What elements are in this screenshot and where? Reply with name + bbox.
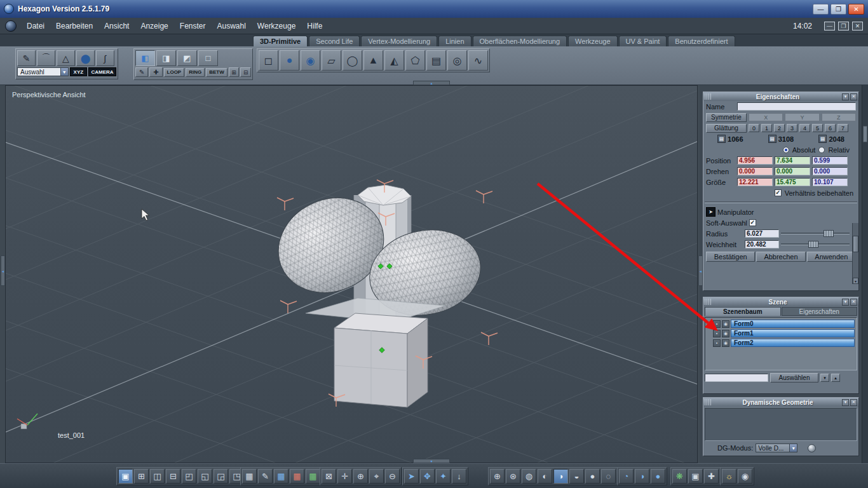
visibility-icon[interactable]: ◉ xyxy=(722,339,729,347)
menu-item-bearbeiten[interactable]: Bearbeiten xyxy=(51,20,98,32)
drag-grip-icon[interactable] xyxy=(705,93,712,100)
rotation-y-input[interactable] xyxy=(775,167,810,175)
smoothing-level-3[interactable]: 3 xyxy=(787,124,797,132)
face-selection-icon[interactable]: ◩ xyxy=(177,50,197,66)
arc-tool-icon[interactable]: ⌒ xyxy=(37,50,55,66)
polyhedron-primitive-icon[interactable]: ⬠ xyxy=(405,50,425,71)
ellipse-tool-icon[interactable]: ⬤ xyxy=(76,50,95,66)
maximize-button[interactable]: ❐ xyxy=(831,4,846,15)
cancel-button[interactable]: Abbrechen xyxy=(756,252,805,262)
menu-item-datei[interactable]: Datei xyxy=(22,20,50,32)
smoothing-level-1[interactable]: 1 xyxy=(761,124,772,132)
symmetry-z-button[interactable]: Z xyxy=(822,113,856,121)
minimize-button[interactable]: — xyxy=(813,4,829,15)
scrollbar-down-button[interactable]: ▾ xyxy=(853,278,858,284)
dg-mode-dropdown[interactable]: Volle D... ▼ xyxy=(756,444,797,452)
tools-icon[interactable]: ✚ xyxy=(704,469,719,484)
panel-close-button[interactable]: ✕ xyxy=(850,399,857,406)
confirm-button[interactable]: Bestätigen xyxy=(706,252,755,262)
smoothing-level-5[interactable]: 5 xyxy=(812,124,823,132)
helix-primitive-icon[interactable]: ∿ xyxy=(468,50,488,71)
rotation-x-input[interactable] xyxy=(737,167,773,175)
position-x-input[interactable] xyxy=(737,156,773,165)
zoom-region-icon[interactable]: ⊠ xyxy=(322,469,336,484)
add-selection-icon[interactable]: ✚ xyxy=(149,67,162,77)
grid-blue-icon[interactable]: ▦ xyxy=(274,469,288,484)
softness-slider-handle[interactable] xyxy=(808,241,818,248)
scene-down-button[interactable]: ▾ xyxy=(820,374,829,382)
visibility-icon[interactable]: ◉ xyxy=(722,320,729,328)
menubar-minimize-button[interactable]: — xyxy=(824,22,835,30)
top-panel-collapse-handle[interactable]: ▴ xyxy=(413,81,450,85)
left-panel-collapse-handle[interactable]: ◂ xyxy=(1,255,5,286)
grid-green-icon[interactable]: ▦ xyxy=(306,469,320,484)
menu-item-ansicht[interactable]: Ansicht xyxy=(99,20,134,32)
relative-radio[interactable] xyxy=(818,147,825,153)
scene-up-button[interactable]: ▴ xyxy=(831,374,840,382)
pen-tool-icon[interactable]: ✎ xyxy=(17,50,36,66)
render-camera-icon[interactable]: ◉ xyxy=(738,469,752,484)
tab-vertex-modellierung[interactable]: Vertex-Modellierung xyxy=(361,36,437,46)
backface-icon[interactable]: ◌ xyxy=(601,469,616,484)
radius-input[interactable] xyxy=(745,229,779,238)
shrink-selection-icon[interactable]: ⊟ xyxy=(240,67,251,77)
cylinder-primitive-icon[interactable]: ◯ xyxy=(342,50,362,71)
tab-3d-primitive[interactable]: 3D-Primitive xyxy=(253,36,308,46)
facet-cube-primitive-icon[interactable]: ▤ xyxy=(426,50,446,71)
cursor-tool-icon[interactable]: ➤ xyxy=(404,469,419,484)
scene-panel-titlebar[interactable]: Szene ▾ ✕ xyxy=(703,297,858,306)
grid-plane-primitive-icon[interactable]: ▱ xyxy=(322,50,341,71)
cube-primitive-icon[interactable]: ◻ xyxy=(259,50,278,71)
tab-scene-properties[interactable]: Eigenschaften xyxy=(782,307,858,316)
softness-input[interactable] xyxy=(745,240,779,248)
panel-menu-button[interactable]: ▾ xyxy=(842,399,849,406)
tab-scene-tree[interactable]: Szenenbaum xyxy=(705,307,781,316)
select-button[interactable]: Auswählen xyxy=(770,373,818,383)
panel-menu-button[interactable]: ▾ xyxy=(842,299,849,306)
panel-close-button[interactable]: ✕ xyxy=(850,93,857,100)
name-input[interactable] xyxy=(737,102,856,111)
wireframe-icon[interactable]: ⊕ xyxy=(490,469,505,484)
zoom-out-icon[interactable]: ⊖ xyxy=(385,469,400,484)
rotation-z-input[interactable] xyxy=(812,167,848,175)
smoothing-level-6[interactable]: 6 xyxy=(825,124,836,132)
smoothing-mid-icon[interactable]: ◑ xyxy=(635,469,649,484)
paint-brush-icon[interactable]: ✎ xyxy=(258,469,273,484)
smoothing-level-4[interactable]: 4 xyxy=(799,124,810,132)
right-splitter-handle[interactable]: ◂ xyxy=(698,255,703,286)
symmetry-display-icon[interactable]: ❋ xyxy=(672,469,687,484)
point-selection-icon[interactable]: ◧ xyxy=(135,50,155,66)
visibility-icon[interactable]: ◉ xyxy=(722,330,729,337)
scene-tree[interactable]: • ◉ Form0 • ◉ Form1 • ◉ Form2 xyxy=(705,317,857,370)
tab-oberflaechen-modellierung[interactable]: Oberflächen-Modellierung xyxy=(473,36,567,46)
menubar-restore-button[interactable]: ❐ xyxy=(838,22,849,30)
polygon-tool-icon[interactable]: △ xyxy=(57,50,75,66)
menu-item-auswahl[interactable]: Auswahl xyxy=(212,20,250,32)
wireframe-shaded-icon[interactable]: ⊛ xyxy=(506,469,520,484)
smoothing-button[interactable]: Glättung xyxy=(706,124,747,133)
perspective-viewport[interactable]: Perspektivische Ansicht test_001 xyxy=(5,85,698,463)
tab-benutzerdefiniert[interactable]: Benutzerdefiniert xyxy=(668,36,735,46)
tree-item-form2[interactable]: • ◉ Form2 xyxy=(713,338,855,348)
layout-quad-icon[interactable]: ⊞ xyxy=(134,469,149,484)
edit-selection-icon[interactable]: ✎ xyxy=(135,67,148,77)
tree-item-form1[interactable]: • ◉ Form1 xyxy=(713,329,855,338)
camera-button[interactable]: CAMERA xyxy=(88,67,116,76)
keep-ratio-checkbox[interactable]: ✓ xyxy=(775,189,782,196)
edge-selection-icon[interactable]: ◨ xyxy=(156,50,176,66)
symmetry-y-button[interactable]: Y xyxy=(785,113,819,121)
menu-item-anzeige[interactable]: Anzeige xyxy=(135,20,173,32)
soft-selection-checkbox[interactable]: ✓ xyxy=(749,219,756,226)
grid-red-icon[interactable]: ▦ xyxy=(290,469,304,484)
selection-mode-dropdown[interactable]: Auswahl ▼ xyxy=(17,67,69,76)
uv-grid-icon[interactable]: ▦ xyxy=(242,469,257,484)
size-x-input[interactable] xyxy=(737,178,773,186)
manipulator-tool-icon[interactable]: ✥ xyxy=(420,469,435,484)
right-edge-scrollbar[interactable] xyxy=(862,85,868,463)
size-z-input[interactable] xyxy=(812,178,848,186)
tab-linien[interactable]: Linien xyxy=(438,36,471,46)
manipulator-icon[interactable]: ➤ xyxy=(706,207,715,217)
position-y-input[interactable] xyxy=(775,156,810,165)
drag-grip-icon[interactable] xyxy=(705,399,712,405)
smoothing-level-2[interactable]: 2 xyxy=(774,124,785,132)
